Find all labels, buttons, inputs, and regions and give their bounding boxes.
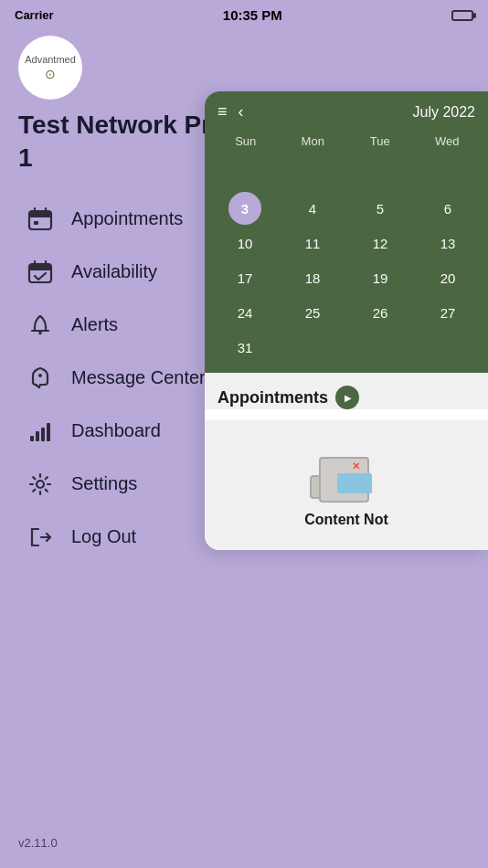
content-box-x: ✕ bbox=[352, 460, 360, 472]
appointments-section: Appointments bbox=[205, 373, 488, 409]
content-not-found-text: Content Not bbox=[304, 512, 388, 528]
status-bar: Carrier 10:35 PM bbox=[0, 0, 488, 26]
alerts-icon bbox=[26, 311, 55, 340]
appointments-label: Appointments bbox=[71, 208, 183, 229]
svg-point-16 bbox=[37, 481, 44, 488]
logout-icon bbox=[26, 523, 55, 552]
appointments-title: Appointments bbox=[217, 388, 328, 408]
availability-icon bbox=[26, 258, 55, 287]
content-illustration: ✕ bbox=[310, 439, 383, 503]
day-tue: Tue bbox=[346, 131, 414, 152]
svg-rect-15 bbox=[47, 423, 50, 441]
appointments-header: Appointments bbox=[217, 386, 475, 409]
calendar-grid: Sun Mon Tue Wed 3 4 5 6 10 11 12 13 17 1… bbox=[205, 131, 488, 373]
time-label: 10:35 PM bbox=[223, 7, 282, 23]
content-box-main: ✕ bbox=[319, 457, 369, 503]
cal-date-10[interactable]: 10 bbox=[228, 227, 261, 259]
battery-icon bbox=[451, 10, 473, 21]
calendar-panel: ≡ ‹ July 2022 Sun Mon Tue Wed 3 4 5 6 10… bbox=[205, 91, 488, 550]
carrier-label: Carrier bbox=[15, 8, 54, 22]
content-box-screen bbox=[337, 473, 372, 493]
calendar-back-button[interactable]: ‹ bbox=[239, 102, 244, 122]
logo-text: Advantmed bbox=[25, 54, 76, 65]
dashboard-icon bbox=[26, 417, 55, 446]
cal-date-27[interactable]: 27 bbox=[431, 296, 464, 329]
availability-label: Availability bbox=[71, 261, 157, 282]
cal-date-11[interactable]: 11 bbox=[296, 227, 329, 259]
hamburger-icon[interactable]: ≡ bbox=[217, 102, 228, 122]
cal-date-18[interactable]: 18 bbox=[296, 261, 329, 294]
message-center-icon bbox=[26, 364, 55, 393]
cal-date-19[interactable]: 19 bbox=[364, 261, 397, 294]
svg-point-9 bbox=[38, 331, 42, 334]
day-mon: Mon bbox=[280, 131, 347, 152]
alerts-label: Alerts bbox=[71, 314, 118, 335]
settings-icon bbox=[26, 470, 55, 499]
cal-date-25[interactable]: 25 bbox=[296, 296, 329, 329]
cal-date-4[interactable]: 4 bbox=[296, 192, 329, 225]
svg-rect-6 bbox=[29, 264, 51, 270]
appointments-icon bbox=[26, 205, 55, 234]
version-text: v2.11.0 bbox=[18, 836, 58, 850]
svg-rect-14 bbox=[41, 428, 45, 441]
cal-date-17[interactable]: 17 bbox=[228, 261, 261, 294]
appointments-play-button[interactable] bbox=[335, 386, 359, 409]
cal-date-20[interactable]: 20 bbox=[431, 261, 464, 294]
settings-label: Settings bbox=[71, 473, 137, 494]
cal-date-12[interactable]: 12 bbox=[364, 227, 397, 259]
content-not-found: ✕ Content Not bbox=[205, 420, 488, 550]
svg-rect-12 bbox=[30, 436, 34, 441]
day-wed: Wed bbox=[414, 131, 482, 152]
cal-date-31[interactable]: 31 bbox=[228, 331, 261, 364]
logo-icon: ⊙ bbox=[45, 67, 56, 81]
svg-rect-4 bbox=[34, 221, 38, 225]
calendar-dates: 3 4 5 6 10 11 12 13 17 18 19 20 24 25 26… bbox=[212, 157, 481, 364]
logout-label: Log Out bbox=[71, 526, 136, 547]
calendar-header: ≡ ‹ July 2022 bbox=[205, 91, 488, 131]
svg-rect-13 bbox=[36, 431, 39, 441]
svg-point-11 bbox=[38, 374, 42, 377]
cal-date-6[interactable]: 6 bbox=[431, 192, 464, 225]
cal-date-26[interactable]: 26 bbox=[364, 296, 397, 329]
calendar-month-year: July 2022 bbox=[413, 104, 476, 121]
cal-date-13[interactable]: 13 bbox=[431, 227, 464, 259]
day-sun: Sun bbox=[212, 131, 280, 152]
calendar-days-header: Sun Mon Tue Wed bbox=[212, 131, 481, 157]
cal-date-3[interactable]: 3 bbox=[228, 192, 261, 225]
cal-date-24[interactable]: 24 bbox=[228, 296, 261, 329]
cal-date-5[interactable]: 5 bbox=[364, 192, 397, 225]
svg-rect-1 bbox=[29, 211, 51, 217]
logo-circle: Advantmed ⊙ bbox=[18, 36, 82, 100]
dashboard-label: Dashboard bbox=[71, 420, 161, 441]
